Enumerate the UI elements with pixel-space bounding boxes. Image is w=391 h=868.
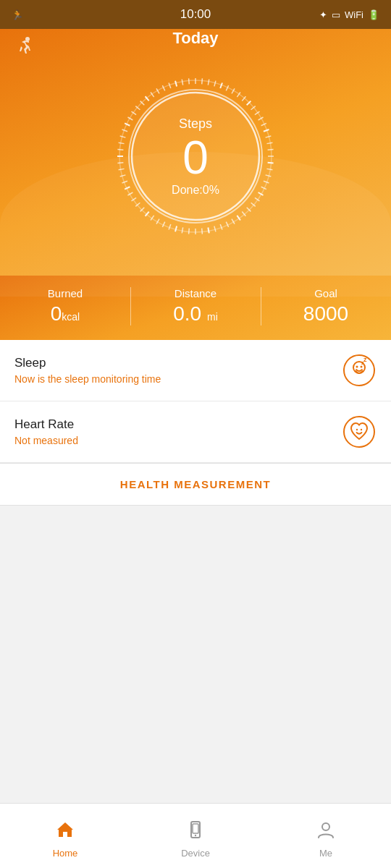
svg-line-37 (208, 227, 209, 233)
svg-line-11 (242, 96, 245, 101)
svg-line-20 (268, 150, 274, 150)
svg-line-23 (266, 169, 272, 169)
svg-point-80 (356, 366, 358, 368)
health-measurement-button[interactable]: HEALTH MEASUREMENT (0, 463, 391, 506)
status-bar: 🏃 10:00 ✦ ▭ WiFi 🔋 (0, 0, 391, 29)
svg-line-10 (237, 93, 240, 98)
svg-point-88 (322, 823, 329, 830)
svg-line-68 (151, 93, 154, 98)
heart-rate-card[interactable]: Heart Rate Not measured (0, 401, 391, 463)
svg-line-63 (127, 117, 133, 120)
svg-point-0 (25, 37, 30, 41)
stats-row: Burned 0kcal Distance 0.0 mi Goal 8000 (0, 276, 391, 340)
home-icon (55, 820, 75, 845)
svg-line-24 (266, 175, 272, 176)
goal-value: 8000 (261, 302, 391, 326)
svg-line-7 (220, 83, 222, 89)
stat-distance: Distance 0.0 mi (130, 287, 261, 326)
svg-line-74 (189, 78, 190, 84)
me-icon (316, 820, 336, 845)
svg-line-28 (255, 197, 260, 201)
svg-line-44 (162, 222, 164, 227)
svg-line-72 (175, 81, 177, 87)
svg-text:z: z (363, 356, 367, 363)
home-label: Home (53, 848, 78, 859)
distance-value: 0.0 mi (130, 302, 261, 326)
battery-icon: ▭ (332, 9, 340, 20)
svg-line-43 (169, 224, 171, 230)
svg-line-50 (132, 197, 137, 201)
svg-point-83 (356, 429, 358, 430)
svg-line-27 (258, 192, 264, 195)
svg-line-69 (156, 88, 159, 93)
sleep-title: Sleep (14, 356, 161, 370)
bluetooth-icon: ✦ (319, 9, 327, 20)
svg-line-56 (117, 163, 123, 163)
stat-burned: Burned 0kcal (0, 287, 130, 326)
svg-line-32 (237, 216, 240, 221)
app-icon: 🏃 (12, 9, 23, 20)
svg-line-53 (122, 181, 128, 183)
svg-line-73 (182, 80, 182, 85)
svg-line-55 (119, 169, 125, 169)
svg-line-45 (156, 219, 159, 224)
svg-line-4 (202, 78, 203, 84)
sleep-card-text: Sleep Now is the sleep monitoring time (14, 356, 161, 385)
svg-point-87 (195, 834, 196, 835)
svg-line-46 (151, 216, 154, 221)
device-icon (185, 820, 206, 845)
svg-line-30 (247, 208, 251, 212)
svg-line-58 (117, 150, 123, 150)
svg-line-47 (146, 212, 149, 216)
bottom-nav: Home Device Me (0, 803, 391, 868)
svg-rect-86 (193, 824, 198, 833)
svg-point-84 (361, 429, 362, 430)
svg-line-49 (135, 203, 140, 206)
svg-point-82 (344, 417, 374, 447)
status-bar-left: 🏃 (12, 9, 23, 20)
nav-home[interactable]: Home (0, 814, 130, 859)
svg-line-9 (232, 88, 235, 93)
burned-value: 0kcal (0, 302, 130, 326)
steps-done: Done:0% (172, 184, 219, 197)
svg-line-48 (140, 208, 145, 212)
goal-label: Goal (261, 287, 391, 299)
svg-line-18 (266, 136, 272, 137)
svg-line-6 (214, 81, 216, 87)
heart-rate-card-text: Heart Rate Not measured (14, 417, 78, 446)
signal-icon: 🔋 (368, 9, 379, 20)
runner-icon (14, 36, 35, 61)
burned-label: Burned (0, 287, 130, 299)
nav-me[interactable]: Me (261, 814, 391, 859)
svg-line-66 (140, 101, 145, 106)
steps-label: Steps (172, 116, 219, 132)
svg-line-67 (146, 96, 149, 101)
svg-line-70 (162, 85, 164, 90)
svg-line-12 (247, 101, 251, 106)
svg-line-59 (119, 142, 125, 143)
sleep-subtitle: Now is the sleep monitoring time (14, 373, 161, 385)
svg-line-60 (120, 136, 126, 137)
svg-line-8 (226, 85, 228, 90)
wifi-icon: WiFi (345, 9, 363, 20)
steps-gauge: // This will be rendered via inline SVG … (109, 69, 282, 243)
heart-rate-icon (342, 414, 377, 449)
empty-area (0, 506, 391, 723)
hero-section: Today // This will be rendered via inlin… (0, 29, 391, 340)
svg-line-31 (242, 212, 245, 216)
svg-line-29 (251, 203, 256, 206)
svg-line-71 (169, 83, 171, 89)
sleep-icon: z z (342, 353, 377, 388)
nav-device[interactable]: Device (130, 814, 261, 859)
device-label: Device (181, 848, 210, 859)
svg-line-13 (251, 106, 256, 110)
svg-line-17 (264, 129, 269, 132)
svg-line-51 (127, 192, 133, 195)
sleep-card[interactable]: Sleep Now is the sleep monitoring time z… (0, 340, 391, 401)
svg-line-36 (214, 226, 216, 232)
svg-line-14 (255, 111, 260, 115)
svg-point-76 (344, 355, 374, 386)
svg-line-16 (261, 123, 266, 125)
svg-point-81 (361, 366, 363, 368)
svg-line-19 (266, 142, 272, 143)
